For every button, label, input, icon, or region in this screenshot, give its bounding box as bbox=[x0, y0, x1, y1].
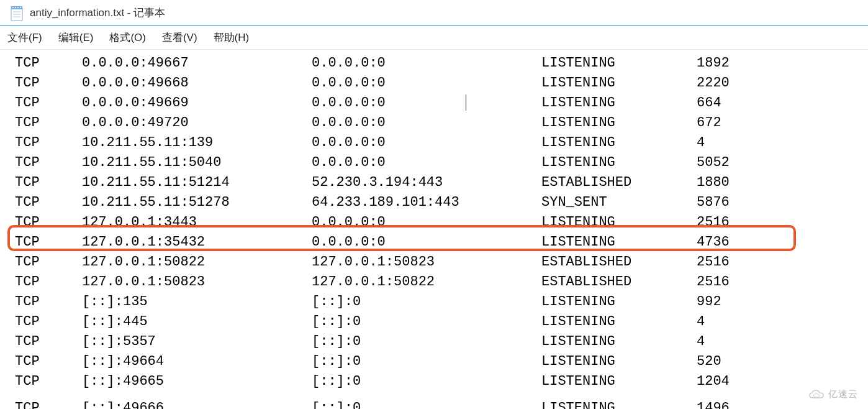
cell-pid: 4 bbox=[697, 133, 868, 153]
cell-local: 0.0.0.0:49667 bbox=[82, 53, 312, 73]
cell-proto: TCP bbox=[15, 332, 82, 352]
cell-local: 10.211.55.11:51278 bbox=[82, 193, 312, 213]
cell-local: 10.211.55.11:139 bbox=[82, 133, 312, 153]
cell-state: LISTENING bbox=[541, 133, 697, 153]
window-title: antiy_information.txt - 记事本 bbox=[30, 6, 165, 20]
cell-pid: 2516 bbox=[697, 213, 868, 232]
cell-state: ESTABLISHED bbox=[541, 252, 697, 272]
table-row: TCP10.211.55.11:50400.0.0.0:0LISTENING50… bbox=[0, 153, 868, 173]
cell-state: ESTABLISHED bbox=[541, 173, 697, 193]
cell-proto: TCP bbox=[15, 53, 82, 73]
cell-remote: [::]:0 bbox=[312, 352, 541, 372]
cell-remote: 52.230.3.194:443 bbox=[312, 173, 541, 193]
cell-local: [::]:49664 bbox=[82, 352, 312, 372]
cell-state: LISTENING bbox=[541, 352, 697, 372]
cell-remote: 127.0.0.1:50822 bbox=[312, 272, 541, 292]
menu-view[interactable]: 查看(V) bbox=[161, 28, 199, 47]
table-row: TCP[::]:5357[::]:0LISTENING4 bbox=[0, 332, 868, 352]
menubar: 文件(F) 编辑(E) 格式(O) 查看(V) 帮助(H) bbox=[0, 26, 868, 50]
cell-proto: TCP bbox=[15, 272, 82, 292]
cell-local: 10.211.55.11:51214 bbox=[82, 173, 312, 193]
cell-local: 127.0.0.1:35432 bbox=[82, 232, 312, 252]
table-row-partial: TCP[::]:49666[::]:0LISTENING1496 bbox=[15, 402, 859, 409]
cell-remote: [::]:0 bbox=[312, 312, 541, 332]
cell-proto: TCP bbox=[15, 232, 82, 252]
table-row: TCP[::]:49665[::]:0LISTENING1204 bbox=[0, 372, 868, 392]
svg-point-2 bbox=[12, 7, 14, 8]
cell-proto: TCP bbox=[15, 312, 82, 332]
cell-proto: TCP bbox=[15, 73, 82, 93]
menu-help[interactable]: 帮助(H) bbox=[212, 28, 251, 47]
table-row: TCP[::]:445[::]:0LISTENING4 bbox=[0, 312, 868, 332]
cell-proto: TCP bbox=[15, 133, 82, 153]
table-row: TCP127.0.0.1:34430.0.0.0:0LISTENING2516 bbox=[0, 213, 868, 232]
cell-pid: 2516 bbox=[697, 252, 868, 272]
cloud-icon bbox=[808, 389, 825, 400]
menu-format[interactable]: 格式(O) bbox=[108, 28, 147, 47]
cell-state: LISTENING bbox=[541, 53, 697, 73]
table-row: TCP[::]:49664[::]:0LISTENING520 bbox=[0, 352, 868, 372]
menu-file[interactable]: 文件(F) bbox=[6, 28, 43, 47]
cell-pid: 520 bbox=[697, 352, 868, 372]
cell-local: [::]:49665 bbox=[82, 372, 312, 392]
cell-state: LISTENING bbox=[541, 93, 697, 113]
text-caret bbox=[466, 94, 466, 111]
cell-pid: 2220 bbox=[697, 73, 868, 93]
cell-state: SYN_SENT bbox=[541, 193, 697, 213]
cell-remote: 0.0.0.0:0 bbox=[312, 153, 541, 173]
table-row: TCP0.0.0.0:496670.0.0.0:0LISTENING1892 bbox=[0, 53, 868, 73]
table-row: TCP10.211.55.11:5121452.230.3.194:443EST… bbox=[0, 173, 868, 193]
table-row: TCP127.0.0.1:354320.0.0.0:0LISTENING4736 bbox=[0, 232, 868, 252]
watermark-text: 亿速云 bbox=[828, 388, 858, 400]
table-row: TCP[::]:135[::]:0LISTENING992 bbox=[0, 292, 868, 312]
cell-remote: [::]:0 bbox=[312, 332, 541, 352]
cell-proto: TCP bbox=[15, 292, 82, 312]
cell-local: 0.0.0.0:49668 bbox=[82, 73, 312, 93]
cell-remote: 0.0.0.0:0 bbox=[312, 53, 541, 73]
cell-pid: 5876 bbox=[697, 193, 868, 213]
notepad-icon bbox=[10, 5, 24, 21]
cell-remote: [::]:0 bbox=[312, 372, 541, 392]
cell-state: LISTENING bbox=[541, 312, 697, 332]
cell-pid: 2516 bbox=[697, 272, 868, 292]
text-content[interactable]: TCP0.0.0.0:496670.0.0.0:0LISTENING1892TC… bbox=[0, 50, 868, 392]
cell-local: 127.0.0.1:50823 bbox=[82, 272, 312, 292]
cell-local: [::]:5357 bbox=[82, 332, 312, 352]
titlebar[interactable]: antiy_information.txt - 记事本 bbox=[0, 0, 868, 26]
cell-pid: 992 bbox=[697, 292, 868, 312]
cell-remote: 0.0.0.0:0 bbox=[312, 133, 541, 153]
cell-local: 127.0.0.1:50822 bbox=[82, 252, 312, 272]
svg-point-5 bbox=[20, 7, 21, 8]
cell-local: 10.211.55.11:5040 bbox=[82, 153, 312, 173]
cell-proto: TCP bbox=[15, 252, 82, 272]
cell-remote: 0.0.0.0:0 bbox=[312, 213, 541, 232]
table-row: TCP10.211.55.11:5127864.233.189.101:443S… bbox=[0, 193, 868, 213]
menu-edit[interactable]: 编辑(E) bbox=[57, 28, 95, 47]
cell-pid: 4736 bbox=[697, 232, 868, 252]
cell-pid: 1892 bbox=[697, 53, 868, 73]
cell-remote: 0.0.0.0:0 bbox=[312, 73, 541, 93]
cell-local: [::]:135 bbox=[82, 292, 312, 312]
cell-state: LISTENING bbox=[541, 113, 697, 133]
cell-pid: 4 bbox=[697, 332, 868, 352]
cell-remote: 0.0.0.0:0 bbox=[312, 113, 541, 133]
cell-proto: TCP bbox=[15, 113, 82, 133]
svg-point-3 bbox=[15, 7, 16, 8]
cell-proto: TCP bbox=[15, 193, 82, 213]
table-row: TCP127.0.0.1:50823127.0.0.1:50822ESTABLI… bbox=[0, 272, 868, 292]
cell-pid: 672 bbox=[697, 113, 868, 133]
cell-state: LISTENING bbox=[541, 153, 697, 173]
watermark: 亿速云 bbox=[808, 388, 858, 400]
cell-remote: 0.0.0.0:0 bbox=[312, 232, 541, 252]
cell-state: LISTENING bbox=[541, 372, 697, 392]
cell-state: LISTENING bbox=[541, 73, 697, 93]
cell-pid: 664 bbox=[697, 93, 868, 113]
table-row: TCP0.0.0.0:497200.0.0.0:0LISTENING672 bbox=[0, 113, 868, 133]
table-row: TCP127.0.0.1:50822127.0.0.1:50823ESTABLI… bbox=[0, 252, 868, 272]
svg-point-4 bbox=[17, 7, 19, 8]
cell-remote: 0.0.0.0:0 bbox=[312, 93, 541, 113]
cell-state: LISTENING bbox=[541, 332, 697, 352]
cell-proto: TCP bbox=[15, 173, 82, 193]
cell-proto: TCP bbox=[15, 213, 82, 232]
cell-proto: TCP bbox=[15, 352, 82, 372]
